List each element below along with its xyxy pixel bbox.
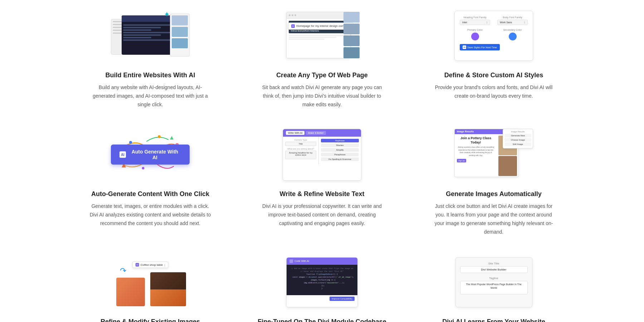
browser-prompt-text: Homepage for my interior design company <box>296 24 350 28</box>
auto-generate-button[interactable]: AI Auto Generate With AI <box>111 145 190 165</box>
tagline-label: Tagline <box>460 277 528 280</box>
code-mockup: Code With AI // Add an image with a hove… <box>286 257 358 307</box>
card-create-webpage: Citrus Everywhere Interiors AI Homepage … <box>243 7 401 109</box>
card-1-title: Build Entire Websites With AI <box>106 72 195 79</box>
styles-panel: Heading Font Family Inter 1 Body Font Fa… <box>454 11 533 61</box>
images-mockup: Image Results Join a Pottery Class Today… <box>454 129 533 181</box>
write-header: Write With AI Make it Better <box>283 129 361 137</box>
browser-window: Citrus Everywhere Interiors <box>286 12 351 58</box>
writing-about-field[interactable]: Amazing headline for my online store <box>285 151 316 159</box>
right-thumbnails <box>343 12 360 58</box>
mockup-right-panel <box>170 14 190 57</box>
svg-point-0 <box>129 141 132 144</box>
content-type-field[interactable]: Title <box>285 142 316 146</box>
card-7-title: Refine & Modify Existing Images <box>101 318 200 322</box>
card-generate-images: Image Results Join a Pottery Class Today… <box>415 126 572 236</box>
card-1-desc: Build any website with AI-designed layou… <box>89 83 211 109</box>
content-type-label: Content Type <box>285 139 316 141</box>
card-9-image: Site Title Divi Website Builder Tagline … <box>415 254 572 311</box>
refine-ai-icon: AI <box>136 263 139 267</box>
autogen-mockup: AI Auto Generate With AI <box>111 129 190 181</box>
website-mockup: ✦ <box>111 10 190 62</box>
card-2-title: Create Any Type Of Web Page <box>276 72 368 79</box>
card-7-image: AI Coffee shop table | ↷ <box>72 254 229 311</box>
svg-point-5 <box>142 167 145 169</box>
card-3-title: Define & Store Custom AI Styles <box>444 72 543 79</box>
card-fine-tuned: Code With AI // Add an image with a hove… <box>243 254 401 322</box>
rephrase-option[interactable]: Rephrase <box>321 139 359 142</box>
svg-marker-3 <box>170 136 174 140</box>
tagline-field[interactable]: The Most Popular WordPress Page Builder … <box>460 281 528 294</box>
card-4-title: Auto-Generate Content With One Click <box>91 190 209 198</box>
card-build-websites: ✦ Build Entire Websites With AI Build an… <box>72 7 229 109</box>
card-5-image: Write With AI Make it Better Content Typ… <box>243 126 401 183</box>
body-font-field: Work Sans 1 <box>497 20 528 25</box>
write-left-panel: Content Type Title What are you writing … <box>283 137 319 164</box>
fix-spelling-option[interactable]: Fix Spelling & Grammar <box>321 157 359 161</box>
coffee-bottom <box>150 289 186 307</box>
code-footer: Improve Compatibility <box>287 295 357 302</box>
primary-color-circle[interactable] <box>471 33 479 40</box>
write-with-ai-tab[interactable]: Write With AI <box>286 131 304 135</box>
heading-font-label: Heading Font Family <box>460 16 490 19</box>
ai-icon: AI <box>119 151 126 158</box>
code-header-icon <box>289 259 293 263</box>
card-learns-website: Site Title Divi Website Builder Tagline … <box>415 254 572 322</box>
body-font-label: Body Font Family <box>497 16 528 19</box>
site-title-field[interactable]: Divi Website Builder <box>460 266 528 273</box>
coffee-top <box>150 272 186 289</box>
write-panel: Write With AI Make it Better Content Typ… <box>283 129 361 181</box>
pottery-text-area: Join a Pottery Class Today! Joining a po… <box>455 134 497 177</box>
learns-mockup: Site Title Divi Website Builder Tagline … <box>455 257 532 307</box>
secondary-color-circle[interactable] <box>509 33 517 40</box>
card-6-desc: Just click one button and let Divi AI cr… <box>433 202 555 236</box>
writing-about-label: What are you writing about? <box>285 148 316 150</box>
card-5-desc: Divi AI is your professional copywriter.… <box>261 202 383 228</box>
code-editor: // Add an image with a hover state that … <box>287 265 357 295</box>
refine-prompt-box: AI Coffee shop table | <box>132 262 169 268</box>
paraphrase-option[interactable]: Paraphrase <box>321 153 359 156</box>
card-4-image: AI Auto Generate With AI <box>72 126 229 183</box>
ai-result-2[interactable]: Choose Image <box>504 138 531 142</box>
card-2-desc: Sit back and watch Divi AI generate any … <box>261 83 383 109</box>
after-image <box>150 272 186 306</box>
primary-color-label: Primary Color <box>460 29 490 31</box>
card-6-image: Image Results Join a Pottery Class Today… <box>415 126 572 183</box>
code-header-text: Code With AI <box>294 260 309 262</box>
pottery-desc: Joining a pottery class offers a truly r… <box>457 146 495 157</box>
card-9-title: Divi AI Learns From Your Website <box>442 318 545 322</box>
simplify-option[interactable]: Simplify <box>321 148 359 152</box>
card-4-desc: Generate text, images, or entire modules… <box>89 202 211 228</box>
write-right-panel: Rephrase Shorten Simplify Paraphrase Fix… <box>319 137 361 164</box>
ai-results-label: Image Results <box>504 131 531 133</box>
ai-sparkle-icon: ✦ <box>164 10 170 19</box>
pottery-signup-btn[interactable]: Sign Up <box>457 159 466 162</box>
secondary-color-label: Secondary Color <box>497 29 528 31</box>
shorten-option[interactable]: Shorten <box>321 143 359 147</box>
card-3-image: Heading Font Family Inter 1 Body Font Fa… <box>415 7 572 64</box>
before-image <box>116 278 145 306</box>
card-auto-generate: AI Auto Generate With AI Auto-Generate C… <box>72 126 229 236</box>
refine-mockup: AI Coffee shop table | ↷ <box>111 256 190 308</box>
card-8-title: Fine-Tuned On The Divi Module Codebase <box>258 318 386 322</box>
card-1-image: ✦ <box>72 7 229 64</box>
code-header: Code With AI <box>287 258 357 265</box>
auto-generate-label: Auto Generate With AI <box>129 149 181 160</box>
ai-result-1[interactable]: Generate New <box>504 134 531 137</box>
mockup-main <box>122 15 172 55</box>
card-3-desc: Provide your brand's colors and fonts, a… <box>433 83 555 101</box>
webpage-mockup: Citrus Everywhere Interiors AI Homepage … <box>283 10 361 62</box>
svg-point-1 <box>158 135 161 138</box>
card-refine-images: AI Coffee shop table | ↷ Refine & Modify… <box>72 254 229 322</box>
features-grid: ✦ Build Entire Websites With AI Build an… <box>0 0 644 322</box>
pottery-top-bar-text: Image Results <box>457 130 474 133</box>
site-title-label: Site Title <box>460 262 528 265</box>
refine-arrow-icon: ↷ <box>120 266 126 275</box>
save-styles-button[interactable]: AI Save Styles For Next Time <box>460 44 500 50</box>
make-it-better-tab[interactable]: Make it Better <box>306 131 326 135</box>
card-6-title: Generate Images Automatically <box>446 190 541 198</box>
improve-compatibility-btn[interactable]: Improve Compatibility <box>330 297 355 301</box>
refine-prompt-text: Coffee shop table <box>141 263 163 267</box>
ai-result-3[interactable]: Edit Image <box>504 142 531 146</box>
card-5-title: Write & Refine Website Text <box>279 190 364 198</box>
